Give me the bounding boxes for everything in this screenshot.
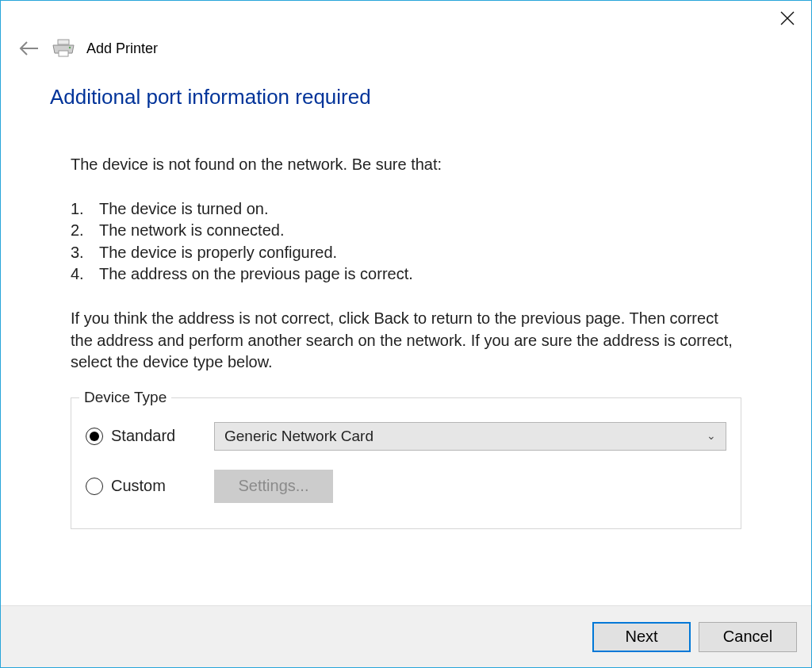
svg-rect-4 — [59, 51, 68, 56]
standard-row: Standard Generic Network Card ⌄ — [86, 422, 726, 451]
select-value: Generic Network Card — [224, 426, 373, 447]
add-printer-wizard-window: Add Printer Additional port information … — [0, 0, 812, 668]
list-item: 4.The address on the previous page is co… — [71, 263, 741, 286]
custom-row: Custom Settings... — [86, 470, 726, 503]
cancel-button[interactable]: Cancel — [699, 622, 797, 652]
close-icon[interactable] — [779, 10, 795, 26]
radio-standard-label: Standard — [111, 425, 175, 447]
chevron-down-icon: ⌄ — [707, 428, 716, 443]
titlebar — [1, 1, 811, 36]
list-item: 1.The device is turned on. — [71, 198, 741, 221]
svg-rect-3 — [58, 40, 69, 44]
device-type-legend: Device Type — [79, 387, 171, 408]
radio-dot-icon — [86, 428, 103, 445]
wizard-title: Add Printer — [86, 40, 158, 57]
device-type-group: Device Type Standard Generic Network Car… — [71, 397, 741, 529]
radio-custom[interactable]: Custom — [86, 475, 197, 497]
device-type-select[interactable]: Generic Network Card ⌄ — [214, 422, 726, 451]
page-content: The device is not found on the network. … — [50, 154, 762, 529]
intro-text: The device is not found on the network. … — [71, 154, 741, 176]
radio-standard[interactable]: Standard — [86, 425, 197, 447]
next-button[interactable]: Next — [592, 622, 691, 652]
list-item: 3.The device is properly configured. — [71, 242, 741, 264]
wizard-footer: Next Cancel — [1, 605, 811, 667]
back-arrow-icon[interactable] — [18, 40, 40, 57]
checklist: 1.The device is turned on. 2.The network… — [71, 198, 741, 286]
wizard-header: Add Printer — [1, 36, 811, 58]
radio-empty-icon — [86, 478, 103, 495]
page-heading: Additional port information required — [50, 85, 762, 109]
settings-button: Settings... — [214, 470, 333, 503]
svg-point-5 — [69, 47, 71, 48]
list-item: 2.The network is connected. — [71, 220, 741, 242]
wizard-body: Additional port information required The… — [1, 58, 811, 605]
instruction-text: If you think the address is not correct,… — [71, 308, 741, 374]
radio-custom-label: Custom — [111, 475, 166, 497]
printer-icon — [52, 39, 75, 58]
